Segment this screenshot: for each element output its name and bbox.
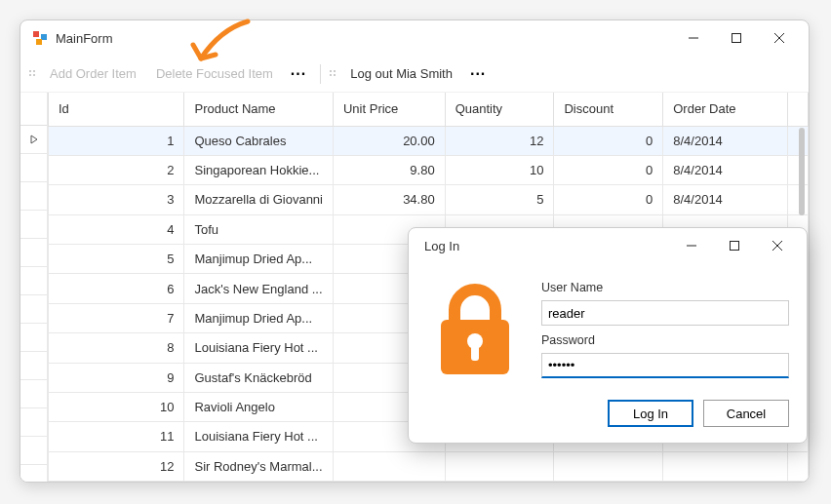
- table-row[interactable]: 3Mozzarella di Giovanni34.80508/4/2014: [49, 185, 809, 214]
- cell-id[interactable]: 10: [49, 392, 184, 421]
- cancel-button[interactable]: Cancel: [703, 400, 789, 427]
- toolbar-overflow-1[interactable]: ···: [285, 63, 312, 85]
- svg-rect-4: [732, 34, 741, 43]
- cell-id[interactable]: 4: [49, 214, 184, 244]
- cell-quantity[interactable]: 5: [445, 185, 554, 214]
- logout-button[interactable]: Log out Mia Smith: [342, 62, 460, 85]
- password-input[interactable]: [541, 353, 789, 378]
- cell-id[interactable]: 2: [49, 155, 184, 184]
- svg-point-7: [29, 70, 31, 72]
- password-label: Password: [541, 330, 789, 349]
- login-dialog: Log In User Name Password Log In Cancel: [408, 227, 808, 444]
- username-input[interactable]: [541, 300, 789, 326]
- cell-extra: [788, 185, 809, 214]
- cell-id[interactable]: 7: [49, 303, 184, 332]
- cell-product-name[interactable]: Louisiana Fiery Hot ...: [184, 422, 334, 451]
- cell-product-name[interactable]: Queso Cabrales: [184, 126, 334, 155]
- col-order-date[interactable]: Order Date: [663, 93, 788, 126]
- svg-point-9: [29, 74, 31, 76]
- cell-product-name[interactable]: Singaporean Hokkie...: [184, 155, 334, 184]
- toolbar-separator: [320, 64, 321, 84]
- cell-unit-price[interactable]: 9.80: [333, 155, 445, 184]
- login-dialog-title: Log In: [416, 239, 670, 253]
- add-order-item-button: Add Order Item: [42, 62, 144, 85]
- cell-extra: [788, 451, 809, 481]
- lock-icon: [426, 277, 524, 380]
- cell-unit-price[interactable]: 34.80: [333, 185, 445, 214]
- cell-product-name[interactable]: Manjimup Dried Ap...: [184, 303, 334, 332]
- cell-discount[interactable]: [554, 451, 663, 481]
- cell-id[interactable]: 5: [49, 245, 184, 274]
- row-indicator-column: [20, 93, 48, 482]
- svg-rect-2: [36, 39, 42, 45]
- login-maximize-button[interactable]: [713, 231, 756, 260]
- login-titlebar[interactable]: Log In: [409, 228, 807, 263]
- table-header-row[interactable]: Id Product Name Unit Price Quantity Disc…: [49, 93, 809, 126]
- svg-point-12: [334, 70, 336, 72]
- cell-id[interactable]: 6: [49, 274, 184, 303]
- svg-rect-21: [471, 343, 479, 361]
- cell-id[interactable]: 9: [49, 363, 184, 392]
- cell-unit-price[interactable]: [333, 451, 445, 481]
- svg-point-8: [33, 70, 35, 72]
- table-row[interactable]: 2Singaporean Hokkie...9.801008/4/2014: [49, 155, 809, 184]
- col-extra: [788, 93, 809, 126]
- cell-id[interactable]: 11: [49, 422, 184, 451]
- col-quantity[interactable]: Quantity: [445, 93, 554, 126]
- col-product-name[interactable]: Product Name: [184, 93, 334, 126]
- cell-extra: [788, 126, 809, 155]
- cell-quantity[interactable]: 10: [445, 155, 554, 184]
- table-row[interactable]: 12Sir Rodney's Marmal...: [49, 451, 809, 481]
- cell-product-name[interactable]: Gustaf's Knäckebröd: [184, 363, 334, 392]
- cell-discount[interactable]: 0: [554, 185, 663, 214]
- cell-extra: [788, 155, 809, 184]
- cell-id[interactable]: 12: [49, 451, 184, 481]
- maximize-button[interactable]: [715, 23, 758, 53]
- username-label: User Name: [541, 277, 789, 296]
- login-close-button[interactable]: [756, 231, 799, 260]
- svg-point-11: [330, 70, 332, 72]
- col-unit-price[interactable]: Unit Price: [333, 93, 445, 126]
- cell-quantity[interactable]: [445, 451, 554, 481]
- app-icon: [32, 30, 48, 46]
- svg-point-10: [33, 74, 35, 76]
- cell-discount[interactable]: 0: [554, 126, 663, 155]
- cell-product-name[interactable]: Tofu: [184, 214, 334, 244]
- grip-icon[interactable]: [329, 69, 338, 79]
- cell-product-name[interactable]: Manjimup Dried Ap...: [184, 245, 334, 274]
- main-toolbar: Add Order Item Delete Focused Item ··· L…: [20, 56, 809, 93]
- cell-order-date[interactable]: [663, 451, 788, 481]
- grip-icon[interactable]: [28, 69, 38, 79]
- cell-product-name[interactable]: Jack's New England ...: [184, 274, 334, 303]
- col-id[interactable]: Id: [49, 93, 184, 126]
- vertical-scrollbar[interactable]: [799, 128, 805, 215]
- main-window-title: MainForm: [56, 31, 672, 46]
- current-row-indicator-icon: [20, 126, 47, 154]
- cell-id[interactable]: 1: [49, 126, 184, 155]
- cell-id[interactable]: 8: [49, 333, 184, 363]
- toolbar-overflow-2[interactable]: ···: [464, 63, 492, 85]
- login-button[interactable]: Log In: [608, 400, 693, 427]
- cell-quantity[interactable]: 12: [445, 126, 554, 155]
- svg-rect-0: [33, 31, 39, 37]
- cell-order-date[interactable]: 8/4/2014: [663, 155, 788, 184]
- delete-focused-item-button: Delete Focused Item: [148, 62, 281, 85]
- cell-id[interactable]: 3: [49, 185, 184, 214]
- cell-product-name[interactable]: Louisiana Fiery Hot ...: [184, 333, 334, 363]
- cell-order-date[interactable]: 8/4/2014: [663, 185, 788, 214]
- svg-point-13: [330, 74, 332, 76]
- main-titlebar[interactable]: MainForm: [20, 20, 809, 56]
- cell-product-name[interactable]: Mozzarella di Giovanni: [184, 185, 334, 214]
- table-row[interactable]: 1Queso Cabrales20.001208/4/2014: [49, 126, 809, 155]
- cell-product-name[interactable]: Sir Rodney's Marmal...: [184, 451, 334, 481]
- minimize-button[interactable]: [672, 23, 715, 53]
- cell-product-name[interactable]: Ravioli Angelo: [184, 392, 334, 421]
- cell-order-date[interactable]: 8/4/2014: [663, 126, 788, 155]
- close-button[interactable]: [758, 23, 801, 53]
- col-discount[interactable]: Discount: [554, 93, 663, 126]
- svg-rect-16: [731, 242, 739, 251]
- cell-discount[interactable]: 0: [554, 155, 663, 184]
- cell-unit-price[interactable]: 20.00: [333, 126, 445, 155]
- svg-point-14: [334, 74, 336, 76]
- login-minimize-button[interactable]: [670, 231, 713, 260]
